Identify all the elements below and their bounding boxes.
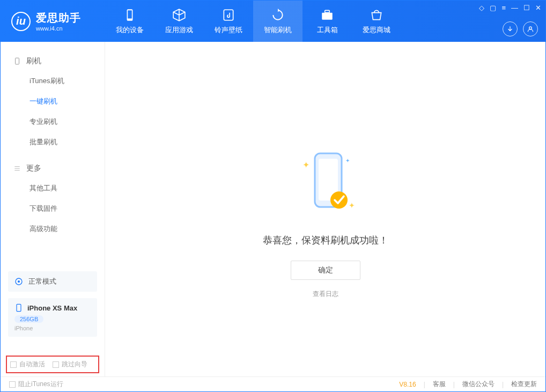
success-illustration: ✦ ✦ ✦ <box>301 149 350 219</box>
sidebar-item-itunes[interactable]: iTunes刷机 <box>1 71 105 91</box>
svg-text:✦: ✦ <box>302 160 309 169</box>
tab-toolbox[interactable]: 工具箱 <box>302 1 352 42</box>
status-icon <box>14 277 23 286</box>
top-tabs: 我的设备 应用游戏 铃声壁纸 智能刷机 工具箱 爱思商城 <box>105 1 401 42</box>
sidebar: 刷机 iTunes刷机 一键刷机 专业刷机 批量刷机 更多 其他工具 下载固件 … <box>1 42 105 376</box>
device-icon <box>123 8 137 22</box>
close-button[interactable]: ✕ <box>535 4 541 12</box>
checkbox-icon <box>10 361 17 368</box>
device-type: iPhone <box>14 325 91 331</box>
ok-button[interactable]: 确定 <box>291 261 360 280</box>
cube-icon <box>172 8 186 22</box>
checkbox-label: 阻止iTunes运行 <box>18 380 63 389</box>
tab-label: 智能刷机 <box>264 25 292 35</box>
list-icon <box>13 165 21 172</box>
tab-flash[interactable]: 智能刷机 <box>253 1 302 42</box>
separator: | <box>424 381 425 388</box>
device-name: iPhone XS Max <box>27 304 77 312</box>
header-actions <box>503 21 538 36</box>
svg-text:✦: ✦ <box>349 201 355 210</box>
download-button[interactable] <box>503 21 518 36</box>
body: 刷机 iTunes刷机 一键刷机 专业刷机 批量刷机 更多 其他工具 下载固件 … <box>1 42 545 376</box>
tab-my-device[interactable]: 我的设备 <box>105 1 154 42</box>
tab-label: 铃声壁纸 <box>215 25 242 35</box>
group-label: 刷机 <box>26 56 41 66</box>
svg-point-5 <box>529 27 532 29</box>
menu-icon[interactable]: ≡ <box>501 4 506 12</box>
sidebar-item-firmware[interactable]: 下载固件 <box>1 198 105 219</box>
music-icon <box>222 8 235 22</box>
sidebar-item-othertools[interactable]: 其他工具 <box>1 178 105 198</box>
tab-store[interactable]: 爱思商城 <box>352 1 401 42</box>
checkbox-icon <box>53 361 59 368</box>
minimize-button[interactable]: — <box>511 4 518 12</box>
toolbox-icon <box>320 8 334 22</box>
version-label: V8.16 <box>399 381 416 388</box>
tshirt-icon[interactable]: ◇ <box>479 4 484 12</box>
refresh-icon <box>271 8 285 22</box>
phone-icon <box>13 57 21 65</box>
app-url: www.i4.cn <box>36 25 81 32</box>
header: iu 爱思助手 www.i4.cn 我的设备 应用游戏 铃声壁纸 智能刷机 工具… <box>1 1 545 42</box>
svg-rect-9 <box>17 304 21 311</box>
main-content: ✦ ✦ ✦ 恭喜您，保资料刷机成功啦！ 确定 查看日志 <box>105 42 545 376</box>
svg-rect-6 <box>16 58 19 64</box>
footer-link-update[interactable]: 检查更新 <box>511 380 537 389</box>
checkbox-label: 自动激活 <box>19 360 45 369</box>
tab-label: 我的设备 <box>116 25 144 35</box>
tab-ringtone[interactable]: 铃声壁纸 <box>204 1 253 42</box>
svg-rect-3 <box>322 12 333 19</box>
footer-link-support[interactable]: 客服 <box>433 380 446 389</box>
store-icon <box>370 8 383 22</box>
window-controls: ◇ ▢ ≡ — ☐ ✕ <box>479 4 541 12</box>
sidebar-group-more: 更多 <box>1 159 105 178</box>
separator: | <box>453 381 455 388</box>
checkbox-skipguide[interactable]: 跳过向导 <box>53 360 87 369</box>
group-label: 更多 <box>26 164 41 173</box>
footer-link-wechat[interactable]: 微信公众号 <box>462 380 495 389</box>
device-status-box[interactable]: 正常模式 <box>8 271 97 292</box>
device-info-box[interactable]: iPhone XS Max 256GB iPhone <box>8 298 97 337</box>
tab-label: 工具箱 <box>317 25 338 35</box>
user-button[interactable] <box>523 21 538 36</box>
tab-label: 爱思商城 <box>363 25 390 35</box>
tab-apps[interactable]: 应用游戏 <box>154 1 204 42</box>
svg-rect-1 <box>128 10 132 18</box>
status-label: 正常模式 <box>28 277 56 286</box>
sidebar-group-flash: 刷机 <box>1 51 105 71</box>
sidebar-item-advanced[interactable]: 高级功能 <box>1 219 105 239</box>
checkbox-label: 跳过向导 <box>62 360 87 369</box>
logo[interactable]: iu 爱思助手 www.i4.cn <box>1 1 105 42</box>
app-name: 爱思助手 <box>36 11 81 25</box>
sidebar-item-oneclick[interactable]: 一键刷机 <box>1 91 105 112</box>
sidebar-item-batch[interactable]: 批量刷机 <box>1 132 105 152</box>
svg-rect-4 <box>325 10 330 12</box>
checkbox-blockitunes[interactable]: 阻止iTunes运行 <box>9 380 63 389</box>
view-log-link[interactable]: 查看日志 <box>313 290 338 299</box>
separator: | <box>502 381 504 388</box>
logo-text: 爱思助手 www.i4.cn <box>36 11 81 32</box>
footer: 阻止iTunes运行 V8.16 | 客服 | 微信公众号 | 检查更新 <box>1 376 545 391</box>
capacity-badge: 256GB <box>14 315 43 323</box>
checkbox-icon <box>9 381 16 388</box>
sidebar-item-pro[interactable]: 专业刷机 <box>1 112 105 132</box>
highlighted-options: 自动激活 跳过向导 <box>6 356 99 373</box>
maximize-button[interactable]: ☐ <box>523 4 530 12</box>
svg-point-15 <box>330 191 348 209</box>
svg-text:✦: ✦ <box>345 158 350 164</box>
tab-label: 应用游戏 <box>165 25 193 35</box>
svg-point-8 <box>18 280 20 283</box>
success-message: 恭喜您，保资料刷机成功啦！ <box>263 234 388 247</box>
feedback-icon[interactable]: ▢ <box>490 4 496 12</box>
logo-icon: iu <box>11 12 31 31</box>
checkbox-autoactivate[interactable]: 自动激活 <box>10 360 45 369</box>
phone-icon <box>14 304 23 312</box>
